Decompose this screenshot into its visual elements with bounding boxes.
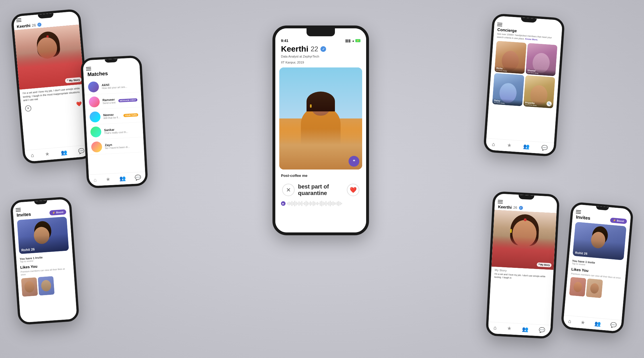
like-tl[interactable]: ❤️ (76, 101, 82, 107)
grid-photo-sheetal[interactable]: Sheetal 124 Kms Away (525, 43, 557, 76)
likes-section-left: Likes You Premium members can view all t… (17, 260, 75, 298)
likes-photos-right (569, 277, 622, 300)
like-button[interactable]: ❤️ (347, 184, 359, 196)
nav-home-tl[interactable]: ⌂ (31, 152, 34, 158)
nav-match-invites-right[interactable]: 👥 (594, 320, 601, 327)
match-item-zayn[interactable]: Zayn No I have'nt been di... (87, 137, 144, 155)
match-preview-neerav: Will that be fine? (103, 116, 121, 120)
nav-bar-keerthi-br: ⌂ ★ 👥 💬 (488, 322, 551, 336)
phone-top-left: Keerthi 26 ✓ ❝ My Story I'm a vet and I … (11, 9, 93, 164)
invite-card-right[interactable]: Rohit 26 (572, 222, 626, 260)
tl-profile-name: Keerthi (16, 23, 30, 29)
audio-wave: ▶ (275, 199, 366, 208)
invites-title-left: Invites (16, 212, 31, 218)
like-photo-2-left (38, 276, 54, 296)
center-profile-photo[interactable]: ❝ (279, 67, 362, 170)
nav-match-concierge[interactable]: 👥 (523, 143, 530, 150)
time-center: 9:41 (281, 39, 288, 43)
boost-button-left[interactable]: ⚡Boost (49, 209, 66, 215)
grid-photo-priyanka[interactable]: Priyanka 20.5 Kms Away 🔍 (523, 75, 555, 109)
avatar-ranveer (89, 96, 100, 108)
keerthi-br-story-badge: ❝ My Story (537, 262, 552, 268)
nav-bar-invites-right: ⌂ ★ 👥 💬 (563, 315, 622, 332)
nav-match-matches[interactable]: 👥 (119, 175, 126, 182)
nav-bar-matches: ⌂ ★ 👥 💬 (89, 172, 146, 186)
notch-center (307, 28, 335, 36)
nav-star-tl[interactable]: ★ (45, 151, 50, 157)
nav-home-matches[interactable]: ⌂ (93, 177, 97, 183)
likes-photos-left (21, 275, 72, 297)
like-photo-1-left (21, 277, 38, 297)
phone-center: 9:41 ▌▌▌ ▲ ⚡ Keerthi 22 ✓ Data Analyst a… (272, 26, 369, 235)
nav-chat-concierge[interactable]: 💬 (541, 145, 548, 151)
dislike-tl[interactable]: ✕ (25, 105, 32, 112)
center-age: 22 (311, 45, 318, 53)
phone-matches: Matches Akhil How did your art ses... Ra… (80, 55, 148, 189)
nav-match-keerthi-br[interactable]: 👥 (522, 326, 528, 332)
nav-home-concierge[interactable]: ⌂ (492, 141, 495, 147)
nav-chat-invites-right[interactable]: 💬 (610, 322, 617, 329)
like-photo-2-right (586, 279, 603, 298)
verified-badge-center: ✓ (320, 46, 326, 52)
signal-icon: ▌▌▌ (346, 39, 351, 42)
phone-concierge: Concierge See over 10000+ handpicked mem… (483, 13, 565, 157)
phone-keerthi-br: Keerthi 26 ✓ ❝ My Story My Story I'm a v… (486, 191, 560, 339)
nav-chat-matches[interactable]: 💬 (135, 174, 141, 181)
nav-home-keerthi-br[interactable]: ⌂ (493, 325, 497, 331)
center-education: IIT Kanpur, 2019 (275, 60, 366, 65)
like-photo-1-right (569, 277, 586, 297)
nav-star-matches[interactable]: ★ (106, 176, 110, 183)
nav-star-invites-right[interactable]: ★ (580, 319, 586, 326)
nav-chat-keerthi-br[interactable]: 💬 (539, 327, 545, 333)
match-preview-ranveer: Send a text (102, 101, 116, 105)
nav-star-concierge[interactable]: ★ (507, 142, 511, 149)
swipe-row: ✕ best part of quarantine ❤️ (275, 181, 366, 199)
center-job: Data Analyst at ZephyrTech (275, 54, 366, 60)
grid-photo-richa[interactable]: Richa 4.5 Kms Away (494, 41, 526, 74)
battery-icon: ⚡ (355, 39, 360, 42)
dislike-button[interactable]: ✕ (282, 184, 295, 196)
boost-button-right[interactable]: ⚡Boost (610, 217, 627, 224)
avatar-neerav (89, 111, 101, 123)
likes-section-right: Likes You Premium members can view all t… (566, 266, 626, 301)
concierge-grid: Richa 4.5 Kms Away Sheetal 124 Kms Away (489, 41, 561, 109)
tl-profile-age: 26 (32, 23, 36, 27)
badge-message-first: MESSAGE FIRST (118, 98, 138, 102)
nav-bar-tl: ⌂ ★ 👥 💬 (25, 145, 91, 162)
nav-home-invites-right[interactable]: ⌂ (568, 318, 572, 324)
swipe-text: best part of quarantine (295, 183, 347, 196)
tl-profile-photo: ❝ My Story (14, 25, 84, 90)
nav-chat-tl[interactable]: 💬 (78, 148, 85, 154)
avatar-zayn (91, 141, 102, 152)
avatar-akhil (88, 81, 99, 93)
nav-star-keerthi-br[interactable]: ★ (507, 325, 512, 332)
keerthi-br-photo: ❝ My Story (492, 210, 557, 270)
verified-badge-keerthi-br: ✓ (519, 206, 523, 210)
phone-invites-right: Invites ⚡Boost Rohit 26 You have 1 Invit… (561, 202, 634, 334)
status-icons-center: ▌▌▌ ▲ ⚡ (346, 39, 360, 42)
avatar-sankar (90, 126, 102, 137)
center-profile-name: Keerthi 22 ✓ (275, 45, 366, 54)
quote-button-center[interactable]: ❝ (349, 156, 359, 167)
photo-caption: Post-coffee me (275, 172, 366, 179)
wifi-icon: ▲ (352, 39, 354, 42)
grid-photo-daisy[interactable]: Daisy 4.5 Kms Away (492, 73, 524, 106)
verified-badge-tl: ✓ (37, 22, 41, 27)
phone-invites-left: Invites ⚡Boost Rohit 26 You have 1 Invit… (10, 196, 79, 325)
nav-match-tl[interactable]: 👥 (60, 149, 67, 156)
badge-your-turn: YOUR TURN (123, 113, 138, 117)
invite-card-left[interactable]: Rohit 26 (17, 217, 69, 254)
nav-bar-concierge: ⌂ ★ 👥 💬 (486, 138, 554, 154)
invites-title-right: Invites (576, 215, 591, 221)
